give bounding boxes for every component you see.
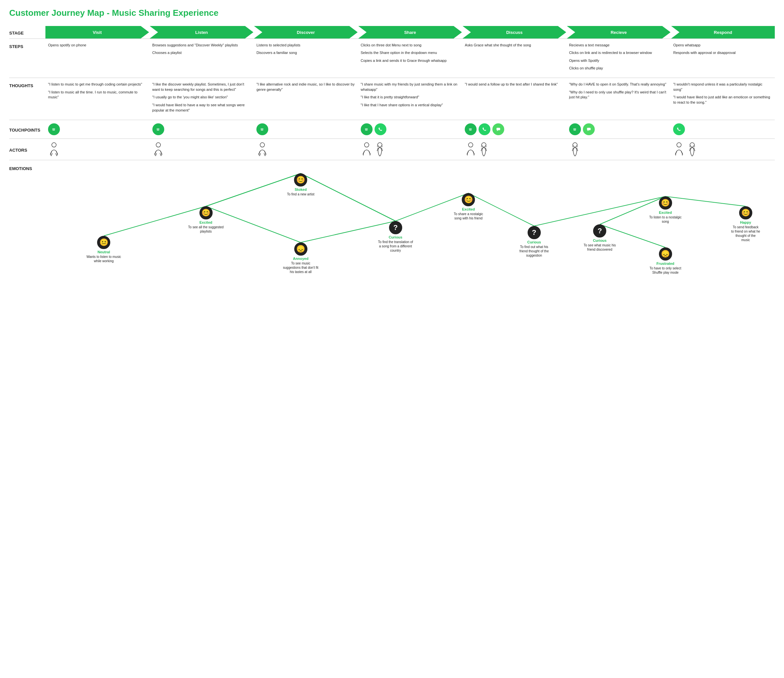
- thoughts-col-6: "I wouldn't respond unless it was a part…: [670, 82, 775, 116]
- actors-col-6: [670, 142, 775, 157]
- actors-row: ACTORS: [9, 138, 775, 160]
- tp-col-2: [254, 123, 358, 135]
- emotions-label: EMOTIONS: [9, 163, 45, 275]
- emotion-face-3: 😞: [294, 243, 307, 256]
- thoughts-col-4: "I would send a follow up to the text af…: [462, 82, 566, 116]
- emotion-name-0: Neutral: [97, 250, 110, 254]
- step-1-1: Chooses a playlist: [153, 50, 251, 55]
- svg-point-30: [469, 143, 473, 148]
- emotion-name-6: Curious: [527, 240, 541, 244]
- actor-female-3: [374, 142, 386, 157]
- actor-male-0: [48, 142, 60, 157]
- actors-label: ACTORS: [9, 146, 45, 152]
- thought-0-1: "I listen to music all the time. I run t…: [48, 90, 147, 100]
- actor-male-3: [361, 142, 373, 157]
- step-2-1: Discovers a familiar song: [256, 50, 355, 55]
- actors-col-2: [254, 142, 358, 157]
- step-5-3: Clicks on shuffle play: [569, 66, 668, 71]
- touchpoints-row: TOUCHPOINTS: [9, 120, 775, 138]
- thought-1-2: "I would have liked to have a way to see…: [153, 103, 251, 113]
- svg-point-29: [377, 143, 382, 148]
- spotify-icon-0: [48, 123, 60, 135]
- svg-point-35: [677, 143, 682, 148]
- steps-content: Opens spotify on phone Browses suggestio…: [45, 43, 775, 74]
- actor-female-4: [478, 142, 490, 157]
- emotion-name-4: Curious: [389, 235, 402, 239]
- emotion-name-1: Excited: [200, 221, 212, 224]
- spotify-icon-5: [569, 123, 581, 135]
- page-title: Customer Journey Map - Music Sharing Exp…: [9, 8, 775, 18]
- thoughts-row-label: THOUGHTS: [9, 82, 45, 116]
- step-2-0: Listens to selected playlists: [256, 43, 355, 48]
- thought-2-0: "I like alternative rock and indie music…: [256, 82, 355, 92]
- stages-container: Visit Listen Discover Share Discuss Reci…: [45, 26, 775, 39]
- emotion-node-stoked-2: 😊StokedTo find a new artist: [287, 173, 314, 196]
- steps-col-6: Opens whatsapp Responds with approval or…: [670, 43, 775, 74]
- emotion-desc-0: Wants to listen to music while working: [86, 255, 122, 263]
- tp-col-6: [670, 123, 775, 135]
- emotion-node-excited-5: 😊ExcitedTo share a nostalgic song with h…: [450, 193, 486, 221]
- emotion-face-7: ?: [593, 224, 606, 238]
- imessage-icon-4: [493, 123, 504, 135]
- emotion-name-5: Excited: [462, 207, 475, 211]
- svg-line-25: [264, 153, 265, 156]
- svg-point-16: [156, 143, 161, 148]
- thoughts-col-3: "I share music with my friends by just s…: [358, 82, 463, 116]
- spotify-icon-2: [256, 123, 268, 135]
- tp-col-1: [150, 123, 254, 135]
- thought-5-1: "Why do I need to only use shuffle play?…: [569, 90, 668, 100]
- svg-point-4: [377, 126, 383, 132]
- actor-male-6: [673, 142, 685, 157]
- emotion-face-4: ?: [389, 221, 402, 234]
- thoughts-row: THOUGHTS "I listen to music to get me th…: [9, 78, 775, 120]
- touchpoints-content: [45, 123, 775, 135]
- thought-0-0: "I listen to music to get me through cod…: [48, 82, 147, 87]
- spotify-icon-1: [153, 123, 164, 135]
- thought-6-1: "I would have liked to just add like an …: [673, 95, 772, 105]
- thoughts-col-5: "Why do I HAVE to open it on Spotify. Th…: [566, 82, 671, 116]
- emotion-desc-3: To see music suggestions that don't fit …: [283, 261, 319, 274]
- svg-line-20: [160, 153, 161, 156]
- stage-discuss: Discuss: [463, 26, 566, 39]
- emotion-desc-1: To see all the suggested playlists: [188, 225, 224, 233]
- actors-col-4: [462, 142, 566, 157]
- emotion-node-excited-8: 😊ExcitedTo listen to a nostalgic song: [647, 196, 684, 224]
- emotion-desc-5: To share a nostalgic song with his frien…: [450, 212, 486, 221]
- svg-point-33: [482, 143, 486, 148]
- svg-point-34: [573, 143, 577, 148]
- steps-col-5: Recieves a text message Clicks on link a…: [566, 43, 671, 74]
- imessage-icon-5: [583, 123, 595, 135]
- thoughts-content: "I listen to music to get me through cod…: [45, 82, 775, 116]
- spotify-icon-4: [465, 123, 477, 135]
- step-5-1: Clicks on link and is redirected to a br…: [569, 50, 668, 55]
- step-5-2: Opens with Spotify: [569, 58, 668, 63]
- tp-icons-0: [48, 123, 147, 135]
- emotion-face-8: 😊: [659, 196, 672, 210]
- step-3-1: Selects the Share option in the dropdown…: [361, 50, 460, 55]
- step-3-0: Clicks on three dot Menu next to song: [361, 43, 460, 48]
- emotion-node-excited-1: 😊ExcitedTo see all the suggested playlis…: [188, 206, 224, 233]
- actors-col-0: [45, 142, 150, 157]
- touchpoints-label: TOUCHPOINTS: [9, 126, 45, 132]
- step-6-0: Opens whatsapp: [673, 43, 772, 48]
- svg-line-19: [155, 153, 156, 156]
- tp-col-4: [462, 123, 566, 135]
- emotion-name-8: Excited: [659, 210, 672, 215]
- emotion-face-5: 😊: [462, 193, 475, 206]
- stage-share: Share: [358, 26, 462, 39]
- actors-col-5: [566, 142, 671, 157]
- steps-col-4: Asks Grace what she thought of the song: [462, 43, 566, 74]
- emotion-node-annoyed-3: 😞AnnoyedTo see music suggestions that do…: [283, 243, 319, 274]
- step-0-0: Opens spotify on phone: [48, 43, 147, 48]
- stage-recieve: Recieve: [567, 26, 670, 39]
- svg-line-14: [51, 153, 52, 156]
- emotion-face-2: 😊: [294, 173, 307, 187]
- actor-female-6: [686, 142, 698, 157]
- thought-1-0: "I like the discover weekly playlist. So…: [153, 82, 251, 92]
- emotion-node-neutral-0: 😐NeutralWants to listen to music while w…: [86, 236, 122, 263]
- stage-row: STAGE Visit Listen Discover Share Discus…: [9, 26, 775, 39]
- svg-line-39: [206, 173, 301, 206]
- stage-discover: Discover: [254, 26, 358, 39]
- emotion-desc-6: To find out what his friend thought of t…: [516, 245, 552, 258]
- thoughts-col-0: "I listen to music to get me through cod…: [45, 82, 150, 116]
